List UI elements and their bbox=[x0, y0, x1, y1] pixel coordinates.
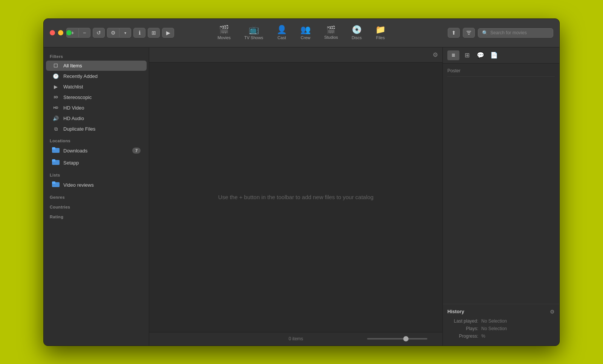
sidebar-item-watchlist[interactable]: ▶ Watchlist bbox=[46, 82, 147, 92]
tab-crew[interactable]: 👥 Crew bbox=[294, 19, 317, 47]
search-icon: 🔍 bbox=[482, 30, 488, 36]
locations-section-header: Locations bbox=[44, 135, 149, 145]
view-button[interactable]: ⊞ bbox=[148, 28, 160, 38]
sidebar-item-setapp-label: Setapp bbox=[63, 160, 79, 166]
history-last-played-key: Last played: bbox=[447, 318, 481, 324]
countries-section-header[interactable]: Countries bbox=[44, 201, 149, 211]
sidebar-item-duplicate-files[interactable]: ⧉ Duplicate Files bbox=[46, 124, 147, 134]
settings-button[interactable]: ⚙ bbox=[107, 28, 119, 38]
traffic-lights bbox=[44, 30, 72, 35]
status-bar: 0 items bbox=[149, 332, 442, 346]
main-content: Filters ☐ All Items 🕐 Recently Added ▶ W… bbox=[44, 47, 559, 346]
tab-discs-label: Discs bbox=[352, 35, 362, 40]
sidebar: Filters ☐ All Items 🕐 Recently Added ▶ W… bbox=[44, 47, 149, 346]
cast-icon: 👤 bbox=[277, 26, 287, 34]
tab-cast[interactable]: 👤 Cast bbox=[270, 19, 294, 47]
tab-files[interactable]: 📁 Files bbox=[369, 19, 392, 47]
tab-tvshows-label: TV Shows bbox=[244, 35, 263, 40]
minus-button[interactable]: − bbox=[78, 28, 90, 38]
search-input[interactable] bbox=[490, 30, 549, 35]
titlebar: + − ↺ ⚙ ▾ ℹ ⊞ ▶ 🎬 Movies 📺 TV Shows 👤 bbox=[44, 19, 559, 47]
right-panel-tab-grid[interactable]: ⊞ bbox=[461, 50, 473, 60]
history-plays-value: No Selection bbox=[481, 326, 507, 331]
right-panel-tab-list[interactable]: ≡ bbox=[447, 50, 459, 60]
sidebar-item-stereoscopic-label: Stereoscopic bbox=[63, 94, 92, 100]
sidebar-item-setapp[interactable]: Setapp bbox=[46, 157, 147, 169]
tab-crew-label: Crew bbox=[301, 35, 311, 40]
setapp-folder-icon bbox=[52, 159, 60, 166]
watchlist-icon: ▶ bbox=[52, 84, 60, 90]
sidebar-item-video-reviews-label: Video reviews bbox=[63, 182, 94, 188]
lists-section-header: Lists bbox=[44, 169, 149, 179]
genres-section-header[interactable]: Genres bbox=[44, 191, 149, 201]
tab-studios-label: Studios bbox=[324, 35, 338, 40]
close-button[interactable] bbox=[50, 30, 55, 35]
tvshows-icon: 📺 bbox=[249, 26, 259, 34]
history-plays-key: Plays: bbox=[447, 326, 481, 331]
minimize-button[interactable] bbox=[58, 30, 63, 35]
recently-added-icon: 🕐 bbox=[52, 73, 60, 79]
history-row-progress: Progress: % bbox=[447, 334, 555, 339]
sidebar-item-hd-video[interactable]: HD HD Video bbox=[46, 103, 147, 113]
tab-cast-label: Cast bbox=[277, 35, 286, 40]
tab-movies[interactable]: 🎬 Movies bbox=[211, 19, 237, 47]
tab-files-label: Files bbox=[376, 35, 385, 40]
tab-movies-label: Movies bbox=[217, 35, 231, 40]
sidebar-item-all-items[interactable]: ☐ All Items bbox=[46, 61, 147, 71]
movies-icon: 🎬 bbox=[219, 26, 229, 34]
maximize-button[interactable] bbox=[66, 30, 72, 35]
history-header: History ⚙ bbox=[447, 309, 555, 315]
sidebar-item-downloads[interactable]: Downloads 7 bbox=[46, 145, 147, 157]
filter-button[interactable] bbox=[463, 28, 475, 38]
tab-tv-shows[interactable]: 📺 TV Shows bbox=[237, 19, 270, 47]
right-panel-tabs: ≡ ⊞ 💬 📄 bbox=[443, 47, 559, 64]
slider-track[interactable] bbox=[367, 338, 427, 340]
sidebar-item-video-reviews[interactable]: Video reviews bbox=[46, 179, 147, 191]
sidebar-item-hd-video-label: HD Video bbox=[63, 105, 84, 111]
history-progress-key: Progress: bbox=[447, 334, 481, 339]
downloads-folder-icon bbox=[52, 147, 60, 154]
center-area: Use the + button in the toolbar to add n… bbox=[149, 62, 442, 332]
poster-label: Poster bbox=[447, 68, 555, 77]
right-panel-tab-doc[interactable]: 📄 bbox=[488, 50, 500, 60]
sidebar-item-duplicate-files-label: Duplicate Files bbox=[63, 126, 95, 132]
files-icon: 📁 bbox=[375, 26, 386, 34]
search-box[interactable]: 🔍 bbox=[478, 28, 553, 38]
center-gear-icon[interactable]: ⚙ bbox=[433, 51, 438, 58]
right-panel-tab-chat[interactable]: 💬 bbox=[474, 50, 487, 60]
info-button[interactable]: ℹ bbox=[133, 28, 145, 38]
studios-icon: 🎬 bbox=[326, 26, 336, 34]
share-button[interactable]: ⬆ bbox=[448, 28, 460, 38]
app-window: + − ↺ ⚙ ▾ ℹ ⊞ ▶ 🎬 Movies 📺 TV Shows 👤 bbox=[43, 18, 560, 346]
sidebar-item-recently-added-label: Recently Added bbox=[63, 73, 98, 79]
downloads-badge: 7 bbox=[132, 148, 141, 154]
duplicate-files-icon: ⧉ bbox=[52, 126, 60, 132]
sidebar-item-hd-audio-label: HD Audio bbox=[63, 116, 84, 121]
sidebar-item-stereoscopic[interactable]: 3D Stereoscopic bbox=[46, 92, 147, 102]
all-items-icon: ☐ bbox=[52, 63, 60, 69]
nav-tabs: 🎬 Movies 📺 TV Shows 👤 Cast 👥 Crew 🎬 Stud… bbox=[211, 19, 392, 47]
settings-dropdown-button[interactable]: ▾ bbox=[119, 28, 131, 38]
settings-group: ⚙ ▾ bbox=[107, 28, 131, 38]
empty-message: Use the + button in the toolbar to add n… bbox=[218, 194, 373, 200]
crew-icon: 👥 bbox=[300, 26, 311, 34]
tab-discs[interactable]: 💿 Discs bbox=[345, 19, 369, 47]
history-title: History bbox=[447, 309, 464, 314]
zoom-slider[interactable] bbox=[367, 338, 427, 340]
sidebar-item-all-items-label: All Items bbox=[63, 63, 82, 69]
sidebar-item-hd-audio[interactable]: 🔊 HD Audio bbox=[46, 113, 147, 123]
right-panel: ≡ ⊞ 💬 📄 Poster History ⚙ Last played: No… bbox=[442, 47, 559, 346]
slider-thumb[interactable] bbox=[403, 336, 409, 341]
refresh-button[interactable]: ↺ bbox=[93, 28, 105, 38]
rating-section-header[interactable]: Rating bbox=[44, 211, 149, 221]
sidebar-item-recently-added[interactable]: 🕐 Recently Added bbox=[46, 71, 147, 81]
video-reviews-folder-icon bbox=[52, 181, 60, 189]
poster-section: Poster bbox=[443, 64, 559, 304]
center-toolbar: ⚙ bbox=[149, 47, 442, 62]
history-gear-icon[interactable]: ⚙ bbox=[550, 309, 555, 315]
sidebar-item-downloads-label: Downloads bbox=[63, 148, 87, 154]
hd-video-icon: HD bbox=[52, 106, 60, 110]
play-button[interactable]: ▶ bbox=[162, 28, 174, 38]
hd-audio-icon: 🔊 bbox=[52, 116, 60, 121]
tab-studios[interactable]: 🎬 Studios bbox=[317, 19, 345, 47]
